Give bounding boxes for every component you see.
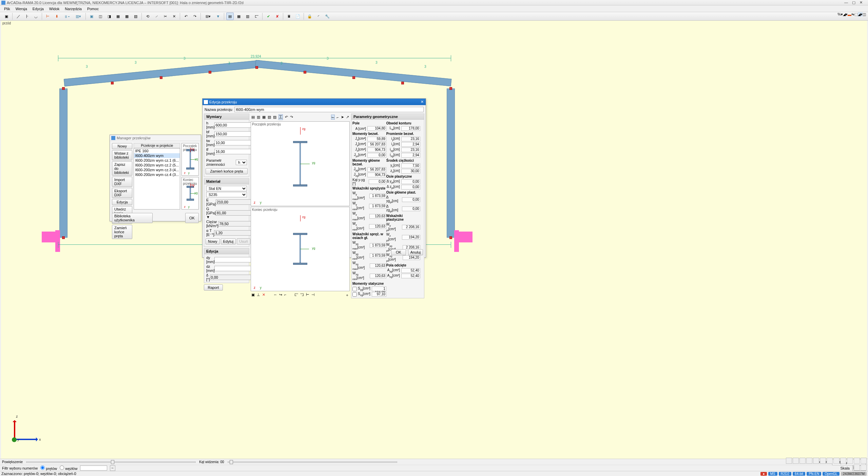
list-item[interactable]: I600-400zm wym bbox=[134, 153, 180, 158]
view-shade1-icon[interactable]: ◫ bbox=[97, 13, 104, 20]
node[interactable] bbox=[352, 76, 355, 79]
beam-right-rafter[interactable] bbox=[255, 60, 451, 86]
tool-pointer-icon[interactable]: ▣ bbox=[3, 13, 10, 20]
calc-icon[interactable]: 🖩 bbox=[285, 13, 293, 20]
view-opt5-icon[interactable]: ⬚ bbox=[854, 12, 858, 17]
section-tool4-icon[interactable]: ▧ bbox=[268, 115, 271, 119]
add-icon[interactable]: ＋ bbox=[345, 293, 349, 298]
material-family-select[interactable]: Stal EN bbox=[206, 186, 247, 191]
bottom-tool2-icon[interactable]: ⊥ bbox=[257, 293, 260, 298]
view-opt1-icon[interactable]: %▾ bbox=[837, 12, 843, 17]
zoom-slider[interactable] bbox=[26, 461, 196, 463]
bottom-tool8-icon[interactable]: ⫎ bbox=[300, 293, 304, 298]
node[interactable] bbox=[449, 87, 452, 90]
wifi-icon[interactable]: ◜ bbox=[315, 13, 322, 20]
tool-measure-icon[interactable]: ⟋ bbox=[153, 13, 160, 20]
tool-columns-icon[interactable]: ⫼▾ bbox=[62, 13, 72, 20]
view-btn-5[interactable] bbox=[813, 458, 819, 464]
beam-right-column[interactable] bbox=[447, 88, 455, 238]
node[interactable] bbox=[160, 76, 162, 79]
tool-distributed-icon[interactable]: ▥▾ bbox=[73, 13, 83, 20]
view-btn-7[interactable] bbox=[827, 458, 833, 464]
tool-arc-icon[interactable]: ◡ bbox=[32, 13, 40, 20]
swap-ends-button[interactable]: Zamień końce pręta bbox=[206, 168, 248, 174]
view-btn-3[interactable] bbox=[799, 458, 806, 464]
redo-icon[interactable]: ↷ bbox=[191, 13, 198, 20]
minimize-button[interactable]: — bbox=[844, 0, 848, 5]
view-shade3-icon[interactable]: ▦ bbox=[114, 13, 122, 20]
node[interactable] bbox=[255, 66, 258, 69]
menu-widok[interactable]: Widok bbox=[46, 6, 62, 12]
section-tool3-icon[interactable]: ▦ bbox=[262, 115, 266, 119]
filter-icon[interactable]: ▼ bbox=[214, 13, 222, 20]
bottom-tool1-icon[interactable]: ▣ bbox=[251, 293, 255, 298]
export-dxf-button[interactable]: Eksport DXF bbox=[112, 188, 132, 198]
view-btn-8[interactable] bbox=[833, 458, 840, 464]
section-tool5-icon[interactable]: ▨ bbox=[273, 115, 276, 119]
tool-delete-icon[interactable]: ✕ bbox=[170, 13, 178, 20]
view-btn-6[interactable] bbox=[820, 458, 826, 464]
list-item[interactable]: IPE 160 bbox=[134, 148, 180, 153]
panel3-icon[interactable]: ▥ bbox=[244, 13, 251, 20]
panel1-icon[interactable]: ▤ bbox=[226, 13, 234, 20]
view-opt4-icon[interactable]: ⇋ bbox=[851, 12, 854, 17]
list-item[interactable]: I600-200zm wym cz.4 (3... bbox=[134, 172, 180, 177]
view-btn-13[interactable] bbox=[854, 464, 860, 471]
section-isymmetric-icon[interactable]: 工 bbox=[278, 114, 283, 120]
view-shade5-icon[interactable]: ▧ bbox=[132, 13, 139, 20]
node[interactable] bbox=[401, 82, 404, 84]
check-err-icon[interactable]: ✘ bbox=[273, 13, 281, 20]
beam-left-column[interactable] bbox=[59, 88, 67, 238]
view-opt2-icon[interactable]: ◢▾ bbox=[843, 12, 848, 17]
ok-button[interactable]: OK bbox=[391, 249, 406, 255]
redo-icon[interactable]: ↷ bbox=[290, 115, 293, 119]
tool-rotate-icon[interactable]: ⟲ bbox=[144, 13, 151, 20]
bottom-tool10-icon[interactable]: ⊣ bbox=[311, 293, 315, 298]
material-class-select[interactable]: S235 bbox=[206, 192, 247, 197]
view-opt3-icon[interactable]: ▬ bbox=[848, 13, 851, 17]
tool-cut-icon[interactable]: ✂ bbox=[161, 13, 169, 20]
view-btn-14[interactable] bbox=[861, 464, 867, 471]
view-btn-2[interactable] bbox=[793, 458, 799, 464]
view-btn-11[interactable] bbox=[854, 458, 860, 464]
bottom-tool9-icon[interactable]: ⊢ bbox=[306, 293, 309, 298]
undo-icon[interactable]: ↶ bbox=[182, 13, 190, 20]
view-btn-12[interactable] bbox=[861, 458, 867, 464]
user-library-button[interactable]: Biblioteka użytkownika bbox=[112, 213, 153, 223]
panel2-icon[interactable]: ▦ bbox=[235, 13, 243, 20]
import-dxf-button[interactable]: Import DXF bbox=[112, 177, 132, 187]
tool-pick-icon[interactable]: ⊟▾ bbox=[203, 13, 213, 20]
bottom-tool3-icon[interactable]: ✕ bbox=[262, 293, 265, 298]
filter-input[interactable] bbox=[80, 465, 107, 471]
view-opt7-icon[interactable]: ◫ bbox=[863, 12, 866, 17]
bottom-tool4-icon[interactable]: ↔ bbox=[273, 293, 277, 298]
section-tool2-icon[interactable]: ▥ bbox=[257, 115, 260, 119]
list-item[interactable]: I600-200zm wym cz.3 (4... bbox=[134, 167, 180, 172]
settings-icon[interactable]: 🔧 bbox=[324, 13, 331, 20]
param-checkbox[interactable] bbox=[352, 287, 357, 291]
node[interactable] bbox=[111, 82, 114, 84]
report-button[interactable]: Raport bbox=[204, 284, 223, 291]
ok-button[interactable]: OK bbox=[185, 213, 199, 223]
list-item[interactable]: I600-200zm wym cz.1 (6... bbox=[134, 158, 180, 163]
lock-icon[interactable]: 🔒 bbox=[306, 13, 313, 20]
sections-list[interactable]: IPE 160I600-400zm wymI600-200zm wym cz.1… bbox=[134, 148, 180, 210]
list-item[interactable]: I600-200zm wym cz.2 (5... bbox=[134, 163, 180, 167]
bottom-tool7-icon[interactable]: ⫍ bbox=[294, 293, 298, 298]
undo-icon[interactable]: ↶ bbox=[285, 115, 288, 119]
close-icon[interactable]: ✕ bbox=[420, 100, 424, 104]
filter-go-button[interactable]: → bbox=[110, 465, 115, 471]
section-tool1-icon[interactable]: ▤ bbox=[251, 115, 255, 119]
node[interactable] bbox=[62, 236, 65, 239]
insert-from-library-button[interactable]: Wstaw z biblioteki bbox=[112, 150, 132, 160]
tool-load-icon[interactable]: ⬇ bbox=[53, 13, 60, 20]
menu-edycja[interactable]: Edycja bbox=[30, 6, 46, 12]
node[interactable] bbox=[304, 71, 306, 74]
material-edit-button[interactable]: Edytuj bbox=[221, 238, 236, 244]
node[interactable] bbox=[62, 87, 65, 90]
tool-line-icon[interactable]: ／ bbox=[15, 13, 22, 20]
view-btn-10[interactable] bbox=[847, 458, 853, 464]
cancel-button[interactable]: Anuluj bbox=[408, 249, 423, 255]
report-icon[interactable]: 📄 bbox=[294, 13, 302, 20]
view-mode2-icon[interactable]: ⌐ bbox=[337, 115, 339, 119]
